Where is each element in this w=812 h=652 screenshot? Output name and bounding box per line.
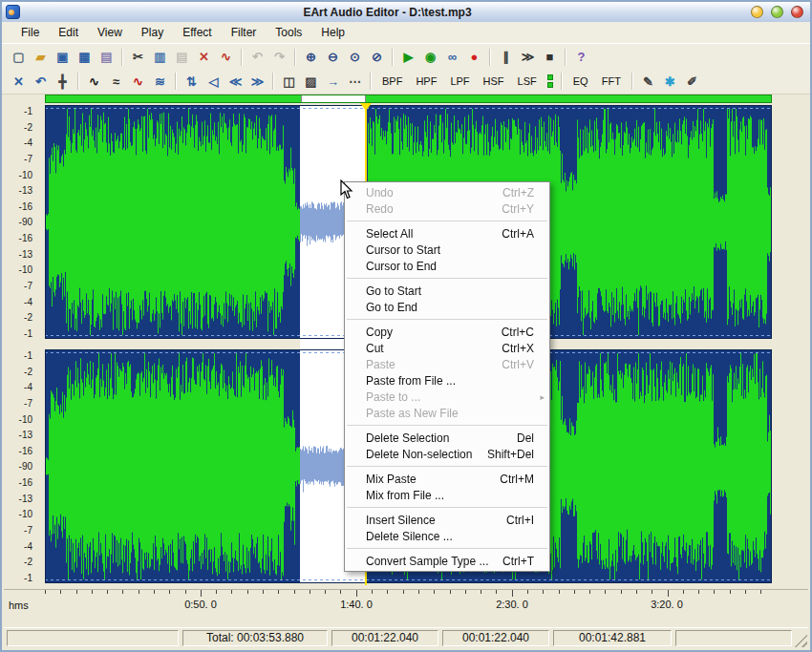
lpf-button[interactable]: LPF	[443, 75, 476, 87]
crossfade-icon[interactable]: ✕	[9, 72, 29, 91]
context-menu-item[interactable]: Paste from File ...	[345, 372, 549, 389]
cursor-center-icon[interactable]: ╋	[53, 72, 73, 91]
fft-button[interactable]: FFT	[595, 75, 628, 87]
context-menu-item[interactable]: Convert Sample Type ...Ctrl+T	[345, 553, 549, 569]
minimize-button[interactable]	[751, 6, 763, 18]
save-icon[interactable]: ▣	[53, 48, 73, 67]
filter-indicator	[547, 74, 553, 88]
chart-icon[interactable]: ◫	[279, 72, 299, 91]
new-file-icon[interactable]: ▢	[9, 48, 29, 67]
record-icon[interactable]: ●	[464, 48, 484, 67]
context-menu-item[interactable]: Delete SelectionDel	[345, 430, 549, 446]
help-icon[interactable]: ?	[571, 48, 591, 67]
waveform-mix-icon[interactable]: ≋	[150, 72, 170, 91]
db-label: -4	[24, 382, 32, 392]
pause-icon[interactable]: ∥	[496, 48, 516, 67]
ruler-tick	[543, 590, 544, 594]
zoom-out-icon[interactable]: ⊖	[323, 48, 343, 67]
menu-item-shortcut: Ctrl+C	[502, 326, 534, 339]
context-menu-item: RedoCtrl+Y	[345, 200, 549, 217]
menu-help[interactable]: Help	[311, 24, 354, 41]
file-properties-icon[interactable]: ▤	[96, 48, 117, 67]
zoom-full-icon[interactable]: ⊘	[367, 48, 387, 67]
playback-cursor-marker[interactable]	[360, 103, 372, 116]
menu-item-shortcut: Ctrl+Z	[502, 186, 534, 200]
play-icon[interactable]: ▶	[398, 48, 418, 67]
hatch-icon[interactable]: ▨	[301, 72, 321, 91]
ruler-tick	[559, 590, 560, 594]
open-folder-icon[interactable]: ▰	[31, 48, 51, 67]
cut-icon[interactable]: ✂	[128, 48, 148, 67]
context-menu-item[interactable]: Cursor to Start	[345, 242, 549, 258]
overview-selection[interactable]	[301, 95, 366, 102]
ruler-tick	[278, 590, 279, 594]
context-menu-item[interactable]: Cursor to End	[345, 258, 549, 274]
menu-tools[interactable]: Tools	[266, 24, 311, 41]
menu-effect[interactable]: Effect	[173, 24, 221, 41]
bpf-button[interactable]: BPF	[375, 75, 409, 87]
zoom-selection-icon[interactable]: ⊙	[345, 48, 365, 67]
context-menu-item[interactable]: Go to End	[345, 299, 549, 315]
echo-icon[interactable]: ≪	[225, 72, 246, 91]
db-label: -13	[19, 493, 32, 503]
db-label: -7	[24, 397, 32, 408]
close-button[interactable]	[791, 6, 803, 18]
overview-bar[interactable]	[45, 95, 772, 103]
hsf-button[interactable]: HSF	[477, 75, 511, 87]
ruler-tick	[76, 590, 77, 594]
reverb-icon[interactable]: ≫	[247, 72, 267, 91]
waveform-icon[interactable]: ∿	[84, 72, 104, 91]
context-menu-item[interactable]: CopyCtrl+C	[345, 324, 549, 340]
context-menu-item[interactable]: Mix PasteCtrl+M	[345, 471, 549, 487]
denoise-icon[interactable]: ✱	[660, 72, 680, 91]
context-menu-item[interactable]: Go to Start	[345, 283, 549, 299]
context-menu-item: UndoCtrl+Z	[345, 184, 549, 200]
copy-icon[interactable]: ▥	[150, 48, 170, 67]
dither-icon[interactable]: ⋯	[345, 72, 365, 91]
forward-icon[interactable]: ≫	[518, 48, 538, 67]
resample-icon[interactable]: →	[323, 72, 343, 91]
filter-edit-icon[interactable]: ✐	[682, 72, 702, 91]
menu-separator	[347, 548, 547, 549]
db-label: -16	[19, 233, 32, 243]
context-menu-item[interactable]: Insert SilenceCtrl+I	[345, 512, 549, 528]
menu-play[interactable]: Play	[132, 24, 173, 41]
save-as-icon[interactable]: ▦	[75, 48, 95, 67]
ruler-tick	[605, 590, 606, 594]
context-menu-item[interactable]: Select AllCtrl+A	[345, 225, 549, 242]
edit-envelope-icon[interactable]: ✎	[638, 72, 658, 91]
fade-icon[interactable]: ↶	[31, 72, 51, 91]
menu-view[interactable]: View	[88, 24, 132, 41]
toolbar-effects: ✕↶╋∿≈∿≋⇅◁≪≫◫▨→⋯BPFHPFLPFHSFLSFEQFFT✎✱✐	[2, 69, 810, 95]
lsf-button[interactable]: LSF	[511, 75, 544, 87]
waveform-red-icon[interactable]: ∿	[128, 72, 148, 91]
hpf-button[interactable]: HPF	[409, 75, 443, 87]
db-label: -7	[24, 281, 32, 291]
app-icon[interactable]	[6, 5, 20, 19]
time-ruler[interactable]: hms 0:50. 01:40. 02:30. 03:20. 0	[4, 589, 808, 615]
menu-item-shortcut: Ctrl+X	[502, 342, 534, 355]
maximize-button[interactable]	[771, 6, 783, 18]
speaker-icon[interactable]: ◁	[203, 72, 224, 91]
menu-file[interactable]: File	[11, 24, 49, 41]
status-panel: 00:01:22.040	[331, 630, 438, 646]
stop-icon[interactable]: ■	[540, 48, 560, 67]
menu-item-label: Go to Start	[366, 284, 534, 298]
context-menu-item[interactable]: Delete Silence ...	[345, 528, 549, 544]
eq-button[interactable]: EQ	[566, 75, 595, 87]
db-label: -90	[19, 461, 32, 472]
trim-icon[interactable]: ∿	[216, 48, 236, 67]
menu-filter[interactable]: Filter	[222, 24, 267, 41]
context-menu-item[interactable]: CutCtrl+X	[345, 340, 549, 356]
db-label: -16	[19, 477, 32, 488]
context-menu-item[interactable]: Mix from File ...	[345, 487, 549, 503]
play-all-icon[interactable]: ◉	[420, 48, 440, 67]
context-menu-item[interactable]: Delete Non-selectionShift+Del	[345, 446, 549, 462]
loop-play-icon[interactable]: ∞	[442, 48, 462, 67]
swap-channels-icon[interactable]: ⇅	[182, 72, 202, 91]
menu-edit[interactable]: Edit	[49, 24, 88, 41]
delete-icon[interactable]: ✕	[194, 48, 214, 67]
zoom-in-icon[interactable]: ⊕	[301, 48, 321, 67]
ruler-tick	[512, 590, 513, 597]
spectrum-icon[interactable]: ≈	[106, 72, 126, 91]
